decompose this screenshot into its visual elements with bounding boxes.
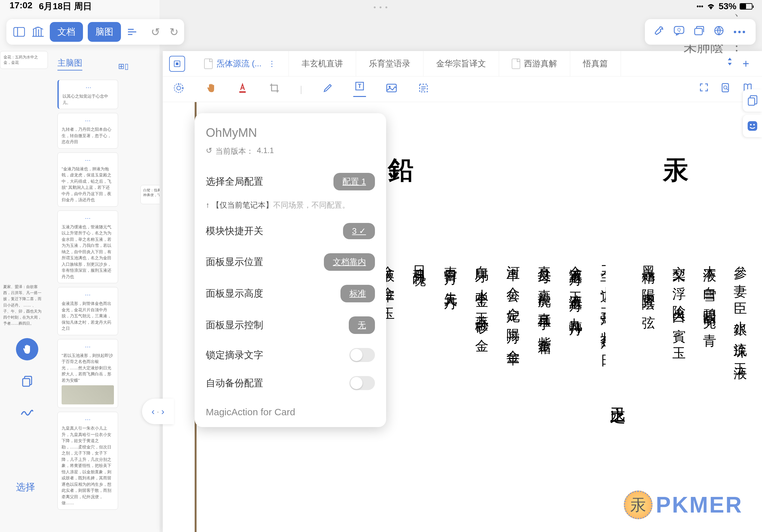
select-button[interactable]: 选择: [16, 481, 35, 494]
svg-rect-24: [722, 84, 728, 92]
svg-line-26: [726, 89, 728, 90]
redo-icon[interactable]: ↻: [170, 26, 178, 38]
tab-sort-icon[interactable]: [726, 57, 733, 71]
watermark: 汞 PKMER: [624, 491, 743, 519]
pointer-icon[interactable]: [204, 83, 217, 96]
doc-title-right: 汞: [663, 153, 689, 187]
svg-text:T: T: [358, 83, 361, 89]
text-color-icon[interactable]: [236, 83, 249, 96]
svg-point-29: [750, 124, 752, 126]
ohmymn-row-panel-height: 面板显示高度 标准: [206, 278, 375, 309]
mindmap-card[interactable]: ⋯九皇真人引一朱衣小儿上升，九皇真哈引一位衣小女下降，娃女于黄道之勘，……柔绞金…: [57, 412, 118, 510]
library-icon[interactable]: [31, 25, 45, 39]
mindmap-cards-container: ⋯以其心之知觉运于心念中儿。 ⋯九转者，乃丹田之阳本自心生，转自微至著，忽于心，…: [57, 80, 118, 510]
document-page-right: 汞 參 妻 臣 水銀 流珠 玉液木液 白雪 碧眼胡兒 青交梨 浮 陰火白 賓 玉…: [606, 102, 762, 532]
svg-rect-10: [23, 378, 30, 386]
panel-control-value[interactable]: 无: [349, 316, 375, 334]
svg-point-13: [174, 84, 183, 93]
chevron-left-icon: ‹: [152, 406, 155, 417]
tab-bar: 炁体源流 (... ⋮ 丰玄机直讲 乐育堂语录 金华宗旨译文 西游真解 悟真篇 …: [163, 51, 762, 77]
expand-handle[interactable]: ‹ · ›: [142, 399, 174, 424]
undo-icon[interactable]: ↺: [151, 26, 160, 38]
mindmap-side-nodes[interactable]: 夏家、盟泽：自欲塞西，吕洪等、凡一搭一披，复迁下降二喜，而日小还丹。 …… 、子…: [0, 281, 46, 330]
wifi-icon: [707, 3, 716, 10]
text-tool-icon[interactable]: T: [353, 81, 366, 97]
copy-tool-button[interactable]: [16, 370, 38, 392]
ohmymn-row-panel-control: 面板显示控制 无: [206, 309, 375, 341]
mindmap-card[interactable]: ⋯金液流形，则管体金色而出金光，金花片片自顶中丹脱，乃五气朝元，三果液，保知凡体…: [57, 287, 118, 335]
panel-height-value[interactable]: 标准: [341, 285, 375, 302]
doc-column: 河車 金公 金妃 陽丹 金華: [504, 255, 522, 347]
float-copy-icon[interactable]: [743, 89, 762, 112]
chat-icon[interactable]: Q: [674, 26, 684, 38]
tab-home-button[interactable]: [169, 56, 185, 72]
mindmap-panel: 金花：五药为水中之金，金花 主脑图 ⊞▯ ⋯以其心之知觉运于心念中儿。 ⋯九转者…: [0, 0, 160, 532]
mindmap-card[interactable]: ⋯"金液乃陆液也，肺液为饱戟，虚龙虎，保送玉皇殿之中，大药得成，铅之后，飞脱" …: [57, 153, 118, 207]
mindmap-connected-card[interactable]: 白鸳：指鼻种鼻便，"谓: [140, 185, 160, 204]
globe-icon[interactable]: www: [714, 26, 724, 38]
panel-position-value[interactable]: 文档靠内: [324, 253, 375, 271]
image-tool-icon[interactable]: [385, 83, 398, 95]
svg-text:www: www: [716, 28, 722, 30]
status-date: 6月18日 周日: [39, 0, 92, 13]
doc-column: 真父母 真龍虎 真種子 紫金霜: [535, 255, 553, 347]
doc-mode-button[interactable]: 文档: [50, 22, 83, 42]
left-vertical-bar: [16, 338, 38, 424]
doc-column: 木液 白雪 碧眼胡兒 青: [701, 255, 719, 358]
wrench-icon[interactable]: [654, 26, 664, 38]
svg-point-30: [753, 124, 755, 126]
watermark-text: PKMER: [656, 492, 743, 518]
float-emoji-icon[interactable]: [743, 115, 762, 137]
doc-column: 白馬牙 水中金 玉蘂金砂 金: [473, 255, 491, 347]
tab-item[interactable]: 悟真篇: [570, 51, 621, 77]
svg-point-14: [177, 86, 181, 90]
tab-menu-icon[interactable]: ⋮: [268, 59, 276, 68]
lock-excerpt-toggle[interactable]: [349, 348, 375, 362]
mindmap-settings-icon[interactable]: ⊞▯: [118, 62, 128, 71]
tab-add-icon[interactable]: +: [742, 57, 749, 71]
search-doc-icon[interactable]: [721, 83, 730, 96]
mindmap-card[interactable]: ⋯以其心之知觉运于心念中儿。: [57, 80, 118, 109]
module-switch-value[interactable]: 3 ✓: [343, 223, 375, 239]
doc-icon: [512, 59, 520, 69]
mindmap-card[interactable]: ⋯玉液乃缓液也，管液随元气以上升肾所于心，名之为为金水田，举之名称玉液，若为为玉…: [57, 211, 118, 284]
history-icon: ↺: [206, 146, 212, 156]
hand-tool-button[interactable]: [16, 338, 38, 361]
freehand-tool-button[interactable]: [16, 402, 38, 424]
ohmymn-title: OhMyMN: [206, 126, 375, 140]
list-icon[interactable]: [126, 25, 140, 39]
ohmymn-version: ↺ 当前版本： 4.1.1: [206, 146, 375, 156]
crop-icon[interactable]: [268, 83, 281, 96]
sync-icon[interactable]: [172, 83, 185, 96]
mindmap-side-card[interactable]: 金花：五药为水中之金，金花: [0, 51, 48, 69]
tab-item[interactable]: 乐育堂语录: [356, 51, 423, 77]
global-config-value[interactable]: 配置 1: [334, 173, 375, 190]
tab-item[interactable]: 丰玄机直讲: [289, 51, 356, 77]
sidebar-toggle-icon[interactable]: [12, 25, 26, 39]
pencil-icon[interactable]: [321, 83, 334, 96]
doc-column: 壺中日月 先天丹: [442, 255, 460, 347]
svg-rect-15: [239, 91, 246, 93]
svg-point-19: [389, 86, 391, 88]
doc-column: 黑龜精 陽中真陰 弦: [640, 255, 657, 358]
tool-row: | T: [163, 77, 762, 102]
expand-icon[interactable]: [700, 83, 708, 96]
select-area-icon[interactable]: [417, 83, 430, 96]
mindmap-card[interactable]: ⋯"若以玉池液形，则扶起即沙于百骨之名色而出银光，……然大定液炒刺日光胶大人，若…: [57, 339, 118, 408]
doc-icon: [204, 59, 212, 69]
tab-active[interactable]: 炁体源流 (... ⋮: [191, 51, 289, 77]
ohmymn-panel: OhMyMN ↺ 当前版本： 4.1.1 选择全局配置 配置 1 ↑ 【仅当前笔…: [194, 113, 386, 427]
main-mindmap-label[interactable]: 主脑图: [57, 57, 82, 71]
tab-item[interactable]: 西游真解: [499, 51, 570, 77]
mindmap-card[interactable]: ⋯九转者，乃丹田之阳本自心生，转自微至著，忽于心，恣在丹田: [57, 113, 118, 149]
tab-item[interactable]: 金华宗旨译文: [423, 51, 499, 77]
mindmap-mode-button[interactable]: 脑图: [88, 22, 121, 42]
cards-icon[interactable]: [694, 26, 704, 38]
ohmymn-row-auto-backup: 自动备份配置: [206, 369, 375, 397]
grab-handle[interactable]: ● ● ●: [373, 4, 389, 10]
more-icon[interactable]: •••: [733, 27, 747, 37]
status-time: 17:02: [10, 0, 33, 13]
doc-column: 交梨 浮 陰火白 賓 玉: [670, 255, 688, 358]
auto-backup-toggle[interactable]: [349, 376, 375, 390]
svg-rect-12: [176, 62, 178, 65]
